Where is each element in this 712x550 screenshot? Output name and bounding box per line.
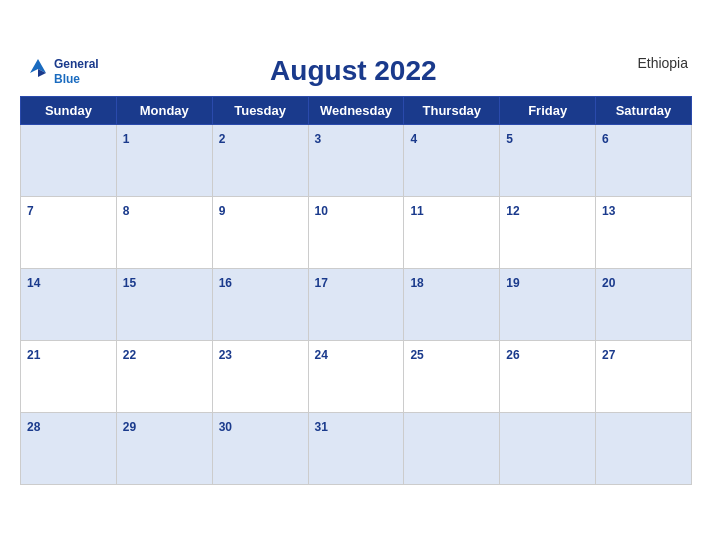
calendar-cell: 9 bbox=[212, 197, 308, 269]
day-number: 24 bbox=[315, 348, 328, 362]
calendar-cell bbox=[404, 413, 500, 485]
calendar-cell: 21 bbox=[21, 341, 117, 413]
day-number: 21 bbox=[27, 348, 40, 362]
header-saturday: Saturday bbox=[596, 97, 692, 125]
calendar-cell: 25 bbox=[404, 341, 500, 413]
day-number: 9 bbox=[219, 204, 226, 218]
day-number: 8 bbox=[123, 204, 130, 218]
header-thursday: Thursday bbox=[404, 97, 500, 125]
day-number: 14 bbox=[27, 276, 40, 290]
logo-combined: General Blue bbox=[24, 55, 99, 88]
calendar-cell: 31 bbox=[308, 413, 404, 485]
weekday-header-row: Sunday Monday Tuesday Wednesday Thursday… bbox=[21, 97, 692, 125]
calendar-week-row-4: 28293031 bbox=[21, 413, 692, 485]
day-number: 1 bbox=[123, 132, 130, 146]
country-name: Ethiopia bbox=[608, 55, 688, 71]
day-number: 19 bbox=[506, 276, 519, 290]
logo-bird-icon bbox=[24, 55, 52, 88]
calendar-cell: 8 bbox=[116, 197, 212, 269]
day-number: 25 bbox=[410, 348, 423, 362]
day-number: 22 bbox=[123, 348, 136, 362]
day-number: 12 bbox=[506, 204, 519, 218]
calendar-cell bbox=[500, 413, 596, 485]
day-number: 4 bbox=[410, 132, 417, 146]
header-tuesday: Tuesday bbox=[212, 97, 308, 125]
day-number: 16 bbox=[219, 276, 232, 290]
day-number: 6 bbox=[602, 132, 609, 146]
day-number: 23 bbox=[219, 348, 232, 362]
calendar-cell: 11 bbox=[404, 197, 500, 269]
day-number: 2 bbox=[219, 132, 226, 146]
calendar-cell: 19 bbox=[500, 269, 596, 341]
calendar-week-row-2: 14151617181920 bbox=[21, 269, 692, 341]
calendar-cell: 1 bbox=[116, 125, 212, 197]
day-number: 27 bbox=[602, 348, 615, 362]
calendar-header: General Blue August 2022 Ethiopia bbox=[20, 55, 692, 88]
header-friday: Friday bbox=[500, 97, 596, 125]
calendar-cell: 29 bbox=[116, 413, 212, 485]
header-wednesday: Wednesday bbox=[308, 97, 404, 125]
calendar-cell: 26 bbox=[500, 341, 596, 413]
day-number: 20 bbox=[602, 276, 615, 290]
calendar-cell: 20 bbox=[596, 269, 692, 341]
day-number: 5 bbox=[506, 132, 513, 146]
logo-area: General Blue bbox=[24, 55, 99, 88]
day-number: 13 bbox=[602, 204, 615, 218]
calendar-cell: 2 bbox=[212, 125, 308, 197]
calendar-cell: 23 bbox=[212, 341, 308, 413]
day-number: 11 bbox=[410, 204, 423, 218]
calendar-cell: 6 bbox=[596, 125, 692, 197]
calendar-week-row-1: 78910111213 bbox=[21, 197, 692, 269]
calendar-cell: 24 bbox=[308, 341, 404, 413]
calendar-table: Sunday Monday Tuesday Wednesday Thursday… bbox=[20, 96, 692, 485]
calendar-cell: 22 bbox=[116, 341, 212, 413]
calendar-week-row-3: 21222324252627 bbox=[21, 341, 692, 413]
calendar-cell: 10 bbox=[308, 197, 404, 269]
calendar-cell: 7 bbox=[21, 197, 117, 269]
month-title: August 2022 bbox=[99, 55, 608, 87]
day-number: 10 bbox=[315, 204, 328, 218]
day-number: 17 bbox=[315, 276, 328, 290]
day-number: 18 bbox=[410, 276, 423, 290]
logo-text: General Blue bbox=[54, 57, 99, 86]
calendar-cell: 4 bbox=[404, 125, 500, 197]
calendar-wrapper: General Blue August 2022 Ethiopia Sunday… bbox=[0, 45, 712, 505]
calendar-cell: 14 bbox=[21, 269, 117, 341]
header-sunday: Sunday bbox=[21, 97, 117, 125]
day-number: 15 bbox=[123, 276, 136, 290]
day-number: 7 bbox=[27, 204, 34, 218]
calendar-cell: 17 bbox=[308, 269, 404, 341]
day-number: 30 bbox=[219, 420, 232, 434]
calendar-cell: 30 bbox=[212, 413, 308, 485]
day-number: 28 bbox=[27, 420, 40, 434]
calendar-cell: 16 bbox=[212, 269, 308, 341]
day-number: 29 bbox=[123, 420, 136, 434]
header-monday: Monday bbox=[116, 97, 212, 125]
calendar-week-row-0: 123456 bbox=[21, 125, 692, 197]
calendar-cell: 13 bbox=[596, 197, 692, 269]
calendar-cell: 15 bbox=[116, 269, 212, 341]
calendar-cell: 3 bbox=[308, 125, 404, 197]
calendar-cell bbox=[596, 413, 692, 485]
day-number: 3 bbox=[315, 132, 322, 146]
calendar-cell bbox=[21, 125, 117, 197]
calendar-cell: 18 bbox=[404, 269, 500, 341]
day-number: 26 bbox=[506, 348, 519, 362]
calendar-cell: 28 bbox=[21, 413, 117, 485]
calendar-cell: 5 bbox=[500, 125, 596, 197]
calendar-cell: 27 bbox=[596, 341, 692, 413]
calendar-cell: 12 bbox=[500, 197, 596, 269]
day-number: 31 bbox=[315, 420, 328, 434]
